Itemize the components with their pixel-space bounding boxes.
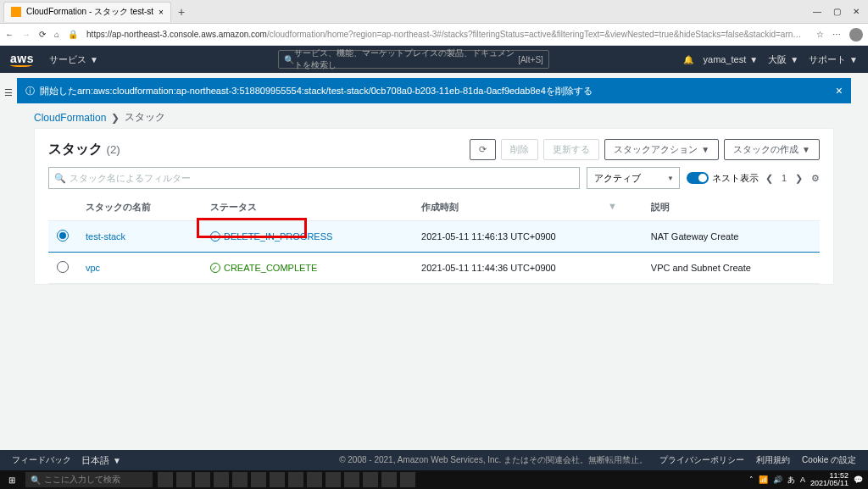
menu-icon[interactable]: ⋯ [832, 30, 841, 39]
row-radio[interactable] [57, 261, 69, 273]
breadcrumb-root[interactable]: CloudFormation [34, 112, 106, 124]
terms-link[interactable]: 利用規約 [756, 454, 790, 466]
create-stack-button[interactable]: スタックの作成 ▼ [724, 139, 820, 160]
taskbar-apps [158, 472, 415, 487]
app-icon[interactable] [270, 472, 285, 487]
refresh-icon: ⟳ [479, 144, 487, 155]
app-icon[interactable] [232, 472, 248, 487]
clock-date[interactable]: 2021/05/11 [810, 480, 849, 487]
refresh-button[interactable]: ⟳ [470, 139, 496, 160]
cookie-link[interactable]: Cookie の設定 [802, 454, 856, 466]
browser-tab[interactable]: CloudFormation - スタック test-st × [3, 2, 171, 22]
app-icon[interactable] [400, 472, 415, 487]
notifications-icon[interactable]: 💬 [854, 475, 863, 484]
start-button[interactable]: ⊞ [0, 475, 24, 485]
chevron-right-icon: ❯ [111, 112, 120, 124]
app-icon[interactable] [326, 472, 341, 487]
stack-action-button[interactable]: スタックアクション ▼ [604, 139, 719, 160]
notification-text: 開始したarn:aws:cloudformation:ap-northeast-… [40, 85, 593, 97]
copyright: © 2008 - 2021, Amazon Web Services, Inc.… [339, 454, 648, 466]
notification-banner: ⓘ 開始したarn:aws:cloudformation:ap-northeas… [17, 78, 851, 103]
browser-urlbar: ← → ⟳ ⌂ 🔒 https://ap-northeast-3.console… [0, 24, 868, 46]
breadcrumb: CloudFormation ❯ スタック [34, 110, 834, 125]
app-icon[interactable] [363, 472, 378, 487]
update-button[interactable]: 更新する [543, 139, 599, 160]
desc-cell: NAT Gateway Create [643, 221, 820, 253]
user-menu[interactable]: yama_test ▼ [704, 54, 759, 64]
stack-name-filter[interactable]: 🔍 スタック名によるフィルター [48, 167, 580, 189]
side-nav-toggle-icon[interactable]: ☰ [2, 85, 15, 101]
url-text[interactable]: https://ap-northeast-3.console.aws.amazo… [86, 30, 808, 39]
privacy-link[interactable]: プライバシーポリシー [659, 454, 744, 466]
stack-link[interactable]: test-stack [86, 231, 125, 242]
close-tab-icon[interactable]: × [159, 8, 164, 17]
success-icon: ✓ [210, 263, 220, 273]
new-tab-button[interactable]: + [171, 5, 192, 19]
tray-up-icon[interactable]: ˄ [749, 475, 754, 484]
status-filter-select[interactable]: アクティブ [587, 167, 680, 189]
lock-icon: 🔒 [68, 30, 78, 39]
aws-favicon-icon [11, 7, 21, 17]
bell-icon[interactable]: 🔔 [683, 55, 693, 64]
nested-view-toggle[interactable]: ネスト表示 [687, 172, 759, 185]
stack-link[interactable]: vpc [86, 263, 100, 273]
aws-logo-icon[interactable]: aws [10, 52, 34, 67]
delete-button[interactable]: 削除 [501, 139, 538, 160]
app-icon[interactable] [381, 472, 397, 487]
col-desc[interactable]: 説明 [643, 194, 820, 221]
progress-icon: i [210, 231, 220, 242]
window-controls: — ▢ ✕ [813, 7, 865, 16]
region-menu[interactable]: 大阪 ▼ [768, 53, 798, 66]
aws-search[interactable]: 🔍 サービス、機能、マーケットプレイスの製品、ドキュメントを検索し [Alt+S… [278, 50, 549, 69]
minimize-icon[interactable]: — [813, 7, 821, 16]
app-icon[interactable] [195, 472, 210, 487]
next-page-icon[interactable]: ❯ [795, 173, 803, 184]
search-icon: 🔍 [284, 55, 294, 64]
windows-taskbar: ⊞ 🔍ここに入力して検索 ˄ 📶 🔊 あ A 11:52 2021/05/11 … [0, 470, 868, 489]
search-icon: 🔍 [54, 173, 66, 184]
lang-menu[interactable]: 日本語 ▼ [81, 454, 121, 467]
wifi-icon[interactable]: 📶 [759, 475, 768, 484]
created-cell: 2021-05-11 11:44:36 UTC+0900 [413, 253, 643, 284]
desc-cell: VPC and Subnet Create [643, 253, 820, 284]
close-window-icon[interactable]: ✕ [853, 7, 860, 16]
status-badge: iDELETE_IN_PROGRESS [210, 231, 404, 242]
profile-icon[interactable] [849, 28, 863, 42]
services-menu[interactable]: サービス ▼ [49, 53, 98, 66]
status-badge: ✓CREATE_COMPLETE [210, 263, 404, 273]
page-number: 1 [782, 173, 787, 183]
gear-icon[interactable]: ⚙ [811, 173, 820, 184]
app-icon[interactable] [214, 472, 229, 487]
maximize-icon[interactable]: ▢ [833, 7, 841, 16]
info-icon: ⓘ [25, 85, 35, 97]
feedback-link[interactable]: フィードバック [12, 454, 71, 466]
prev-page-icon[interactable]: ❮ [765, 173, 773, 184]
volume-icon[interactable]: 🔊 [773, 475, 782, 484]
app-icon[interactable] [288, 472, 303, 487]
stacks-table: スタックの名前 ステータス 作成時刻 ▼ 説明 test-stack iDELE… [48, 194, 820, 284]
refresh-icon[interactable]: ⟳ [39, 30, 46, 39]
table-row[interactable]: vpc ✓CREATE_COMPLETE 2021-05-11 11:44:36… [48, 253, 820, 284]
stacks-panel: スタック (2) ⟳ 削除 更新する スタックアクション ▼ スタックの作成 ▼… [34, 128, 834, 285]
ime-mode[interactable]: A [800, 475, 805, 484]
close-icon[interactable]: × [836, 84, 843, 97]
col-created[interactable]: 作成時刻 ▼ [413, 194, 643, 221]
toggle-switch-icon[interactable] [687, 172, 709, 184]
col-status[interactable]: ステータス [202, 194, 413, 221]
forward-icon[interactable]: → [22, 30, 31, 39]
ime-indicator[interactable]: あ [787, 475, 795, 486]
app-icon[interactable] [344, 472, 359, 487]
back-icon[interactable]: ← [5, 30, 14, 39]
aws-footer: フィードバック 日本語 ▼ © 2008 - 2021, Amazon Web … [0, 450, 868, 470]
windows-search[interactable]: 🔍ここに入力して検索 [25, 472, 153, 487]
col-name[interactable]: スタックの名前 [77, 194, 202, 221]
app-icon[interactable] [176, 472, 192, 487]
favorite-icon[interactable]: ☆ [816, 30, 824, 39]
table-row[interactable]: test-stack iDELETE_IN_PROGRESS 2021-05-1… [48, 221, 820, 253]
app-icon[interactable] [251, 472, 266, 487]
support-menu[interactable]: サポート ▼ [809, 53, 858, 66]
home-icon[interactable]: ⌂ [54, 30, 59, 39]
app-icon[interactable] [307, 472, 322, 487]
row-radio[interactable] [57, 230, 69, 242]
app-icon[interactable] [158, 472, 173, 487]
